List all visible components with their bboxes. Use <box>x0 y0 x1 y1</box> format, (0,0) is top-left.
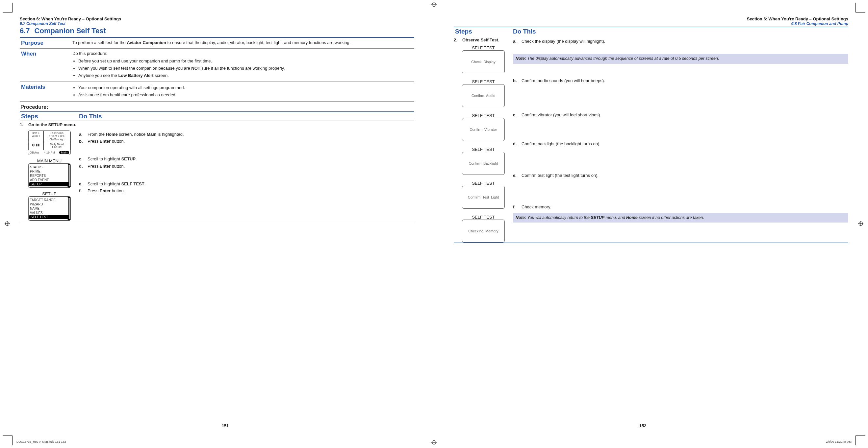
actions-column: a.From the Home screen, notice Main is h… <box>79 131 414 221</box>
action-text: Check memory. <box>522 204 848 210</box>
section-name: Companion Self Test <box>35 27 106 35</box>
menu-item: NAME <box>29 206 70 211</box>
steps-col-header: Steps <box>20 113 79 120</box>
action-item: e.Scroll to highlight SELF TEST. <box>79 181 414 187</box>
action-label: d. <box>513 141 519 147</box>
note-label: Note: <box>516 215 526 220</box>
text: Anytime you see the <box>78 73 118 78</box>
action-label: b. <box>79 138 85 144</box>
purpose-text: To perform a self test for the Aviator C… <box>72 40 414 46</box>
device-screen-home: IOB ≥4.60U Last Bolus2.00 of 2.00U0h 08m… <box>28 131 71 155</box>
action-item: b.Press Enter button. <box>79 138 414 144</box>
list-item: Before you set up and use your companion… <box>78 58 414 64</box>
step-row: 2. Observe Self Test. a.Check the displa… <box>454 36 848 45</box>
screen-title: SELF TEST <box>472 45 495 50</box>
text: Before you set up and use your companion… <box>78 59 212 63</box>
screen-title: SELF TEST <box>472 113 495 118</box>
action-label: e. <box>79 181 85 187</box>
action-text: Confirm vibrator (you will feel short vi… <box>522 112 848 118</box>
action-item: d.Press Enter button. <box>79 163 414 169</box>
action-item: b.Confirm audio sounds (you will hear be… <box>513 78 848 84</box>
divider <box>454 243 848 243</box>
device-screen: SELF TESTChecking Memory <box>462 215 505 243</box>
materials-label: Materials <box>20 84 72 99</box>
section-title: 6.7Companion Self Test <box>20 27 414 35</box>
text: When you wish to self test the companion… <box>78 66 191 71</box>
purpose-label: Purpose <box>20 40 72 46</box>
running-head-section: Section 6: When You're Ready – Optional … <box>454 16 848 21</box>
screen-title: SELF TEST <box>472 215 495 219</box>
list-item: When you wish to self test the companion… <box>78 65 414 72</box>
page-number: 152 <box>639 423 647 428</box>
screen-text: Confirm Vibrator <box>462 128 504 132</box>
dothis-col-header: Do This <box>513 28 848 35</box>
steps-header: Steps Do This <box>454 27 848 36</box>
screen-title: MAIN MENU <box>37 159 62 163</box>
note-label: Note: <box>516 56 526 61</box>
steps-header: Steps Do This <box>20 112 414 120</box>
cell: Last Bolus2.00 of 2.00U0h 08m ago <box>43 131 70 142</box>
action-item: e.Confirm test light (the test light tur… <box>513 173 848 178</box>
menu-item: TARGET RANGE <box>29 198 70 202</box>
cell: ◐ ▮▮ <box>28 142 43 150</box>
action-item: a.Check the display (the display will hi… <box>513 38 848 44</box>
step-title: Go to the SETUP menu. <box>28 122 76 127</box>
screen-title: SELF TEST <box>472 147 495 152</box>
screen-text: Checking Memory <box>462 229 504 233</box>
action-label: c. <box>79 156 85 162</box>
device-screen: SELF TESTConfirm Test Light <box>462 181 505 209</box>
text: sure if all the functions are working pr… <box>200 66 285 71</box>
divider <box>20 101 414 102</box>
screens-column: SELF TESTCheck Display SELF TESTConfirm … <box>454 45 513 243</box>
device-screen-setupmenu: SETUP TARGET RANGE WIZARD NAME VALUES SE… <box>28 191 71 221</box>
menu-item-selected: SELF TEST <box>29 215 69 219</box>
menu-item: VALUES <box>29 211 70 215</box>
materials-row: Materials Your companion operating with … <box>20 82 414 101</box>
note-text: The display automatically advances throu… <box>526 56 719 61</box>
action-item: c.Scroll to highlight SETUP. <box>79 156 414 162</box>
running-head-section: Section 6: When You're Ready – Optional … <box>20 16 414 21</box>
menu-item-selected: SETUP <box>29 182 69 186</box>
action-label: c. <box>513 112 519 118</box>
text-bold: Aviator Companion <box>127 40 166 45</box>
menu-item: STATUS <box>29 165 70 169</box>
text-bold: Low Battery Alert <box>118 73 153 78</box>
scrollbar-icon <box>68 165 69 186</box>
note-text: menu, and <box>604 215 626 220</box>
note-text: SETUP <box>591 215 604 220</box>
footer-doc-id: DOC15736_Rev-A-Man.indd 151-152 <box>17 440 66 443</box>
text: screen. <box>154 73 169 78</box>
step-title: Observe Self Test. <box>462 37 499 45</box>
running-head-sub: 6.8 Pair Companion and Pump <box>454 21 848 26</box>
page-number: 151 <box>222 423 229 428</box>
crop-mark <box>856 3 865 12</box>
screen-text: Confirm Audio <box>462 94 504 98</box>
screen-text: Confirm Test Light <box>462 195 504 199</box>
crop-mark <box>856 436 865 445</box>
when-label: When <box>20 50 72 79</box>
device-screen: SELF TESTConfirm Backlight <box>462 147 505 175</box>
registration-mark-icon <box>5 221 10 227</box>
action-text: Confirm test light (the test light turns… <box>522 173 848 178</box>
text: To perform a self test for the <box>72 40 127 45</box>
step-row: 1. Go to the SETUP menu. <box>20 121 414 131</box>
note-text: Home <box>626 215 638 220</box>
materials-body: Your companion operating with all settin… <box>72 84 414 99</box>
screen-title: SETUP <box>42 191 56 196</box>
page-right: Section 6: When You're Ready – Optional … <box>434 13 851 428</box>
screen-title: SELF TEST <box>472 181 495 186</box>
list-item: Your companion operating with all settin… <box>78 85 414 91</box>
action-label: b. <box>513 78 519 84</box>
when-body: Do this procedure: Before you set up and… <box>72 50 414 79</box>
screens-column: IOB ≥4.60U Last Bolus2.00 of 2.00U0h 08m… <box>20 131 79 221</box>
note-box: Note: You will automatically return to t… <box>513 213 848 223</box>
action-text: Check the display (the display will high… <box>522 38 848 44</box>
footer-timestamp: 2/9/09 11:29:48 AM <box>826 440 851 443</box>
text-bold: NOT <box>191 66 200 71</box>
main-pill: Main <box>59 151 69 154</box>
registration-mark-icon <box>858 221 863 227</box>
action-label: e. <box>513 173 519 178</box>
note-text: screen if no other actions are taken. <box>638 215 704 220</box>
list-item: Assistance from healthcare professional … <box>78 92 414 98</box>
time-label: 4:19 PM <box>44 151 55 154</box>
